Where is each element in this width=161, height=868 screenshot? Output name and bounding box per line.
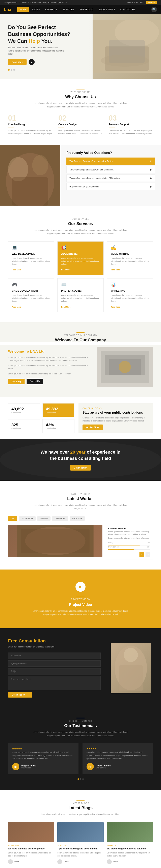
services-section: Our Services Our Services Lorem ipsum do… [0,206,161,322]
works-next-button[interactable]: › [146,552,150,557]
hero-dot-2[interactable] [11,69,12,71]
blog-image-2 [57,822,104,842]
consultation-email-input[interactable] [8,660,100,666]
hero-dot-1[interactable] [8,69,10,71]
testimonials-description: Lorem ipsum dolor sit amet consectetur a… [30,731,131,737]
video-subtitle: Project Video [30,597,131,601]
service-title-1: WEB DEVELOPMENT [12,252,50,255]
stat-num-2: 49,892 [46,407,71,411]
nav-link-pages[interactable]: Pages [30,7,42,12]
service-card-6: 📊 MARKETING Lorem ipsum dolor sit amet c… [107,278,153,312]
nav-link-blog[interactable]: Blog & News [96,7,118,12]
welcome-image [96,347,153,387]
hero-text: Do You See Perfect Business Opportunitie… [8,24,153,71]
consultation-subject-input[interactable] [8,668,100,675]
test-dot-1[interactable] [78,778,79,780]
consultation-name-input[interactable] [8,652,100,659]
blogs-separator [77,800,84,801]
works-tab-design[interactable]: DESIGN [37,517,50,521]
why-subtitle: Why Choose Us [8,91,153,93]
welcome-header: Welcome To Our Company Welcome To Our Co… [0,322,161,342]
hero-dot-3[interactable] [13,69,15,71]
blogs-subtitle: Latest Blogs [8,802,153,804]
blog-image-3 [107,822,153,842]
stats-go-more-button[interactable]: Go For More [82,425,103,430]
progress-label-1: Design 75% [108,541,150,544]
stats-right: Contributions Stay aware of your public … [79,403,153,433]
service-card-4: 🎮 GAME DEVELOPMENT Lorem ipsum dolor sit… [8,278,54,312]
search-button[interactable]: 🔍 [151,7,157,12]
faq-item-2[interactable]: Simple and elegant navigate with tons of… [67,166,155,173]
consultation-title: Free Consultation [8,639,100,644]
service-link-6[interactable]: Read More [111,306,120,308]
faq-item-3[interactable]: You can find more about our services in … [67,175,155,182]
service-desc-6: Lorem ipsum dolor sit amet consectetur a… [111,294,149,303]
works-description: Lorem ipsum dolor sit amet consectetur a… [30,503,131,510]
navbar: bna Home Pages About Us Services Portfol… [0,5,161,14]
works-tab-business[interactable]: BUSINESS [52,517,68,521]
faq-item-4[interactable]: Help You manage your application. ▶ [67,183,155,190]
faq-arrow-3: ▶ [150,177,152,180]
service-link-1[interactable]: Read More [12,269,21,271]
works-card-desc2: Lorem ipsum dolor sit amet consectetur a… [108,537,150,539]
works-title: Latest Works! [8,496,153,501]
welcome-section-title: Welcome To Our Company [8,338,153,342]
works-prev-button[interactable]: ‹ [139,552,144,557]
test-stars-2: ★★★★★ [86,747,149,750]
progress-bar-1 [108,545,150,546]
video-separator [77,596,84,596]
service-card-1: 💻 WEB DEVELOPMENT Lorem ipsum dolor sit … [8,241,54,275]
test-avatar-2: RF [86,763,94,770]
service-link-5[interactable]: Read More [61,306,71,308]
faq-item-1[interactable]: Your Business Revenue Grows Incredible F… [67,157,155,165]
works-tab-package[interactable]: PACKAGE [70,517,85,521]
service-link-3[interactable]: Read More [111,269,120,271]
nav-link-contact[interactable]: Contact Us [118,7,138,12]
welcome-blog-button[interactable]: Get Blog [8,379,25,384]
hero-read-more-button[interactable]: Read More [8,59,27,65]
works-section: Latest Works! Latest Works! Lorem ipsum … [0,480,161,570]
progress-label-2: Development 60% [108,546,150,548]
service-icon-4: 🎮 [12,282,50,287]
works-tab-all[interactable]: ALL [8,517,17,521]
test-dot-3[interactable] [82,778,84,780]
feature-1-title: Creative Design [8,123,52,126]
consultation-submit-button[interactable]: Get In Touch [8,692,32,698]
service-desc-3: Lorem ipsum dolor sit amet consectetur a… [111,257,149,266]
works-tab-animation[interactable]: ANIMATION [19,517,36,521]
feature-1-line [8,127,14,127]
blog-date-1: 24 May, 2021 [8,844,54,846]
nav-link-home[interactable]: Home [17,7,29,12]
testimonials-dots [8,778,153,780]
works-grid: Creative Website Lorem ipsum dolor sit a… [8,525,153,560]
test-author-1: RF Roger Francis Chairperson [12,763,75,770]
blog-desc-3: Lorem ipsum dolor sit amet consectetur a… [107,851,153,857]
welcome-contact-button[interactable]: Contact Us [27,379,43,384]
services-title: Our Services [8,221,153,226]
blog-card-2: 24 May, 2021 Tips for the learning and d… [57,822,104,864]
hero-play-button[interactable]: ▶ [29,59,35,65]
consultation-message-input[interactable] [8,676,100,690]
service-link-2[interactable]: Read More [61,269,71,271]
consultation-desc: Etiam non nisi consultation areas places… [8,645,100,649]
blog-avatar-2 [57,859,62,864]
stats-right-title: Stay aware of your public contributions [82,411,149,414]
experience-cta-button[interactable]: Get In Touch [70,465,91,470]
video-play-button[interactable]: ▶ [76,582,85,592]
video-desc: Lorem ipsum dolor sit amet consectetur a… [30,609,131,616]
blog-date-3: 24 May, 2021 [107,844,153,846]
hire-us-button[interactable]: Hire Us [146,1,157,4]
blog-title-2: Tips for the learning and development [57,847,104,850]
why-title: Why Choose Us [8,94,153,99]
service-title-4: GAME DEVELOPMENT [12,289,50,292]
nav-link-portfolio[interactable]: Portfolio [77,7,96,12]
progress-bar-2 [108,549,150,550]
service-link-4[interactable]: Read More [12,306,21,308]
nav-link-about[interactable]: About Us [43,7,59,12]
welcome-section: Welcome To BNA Ltd Lorem ipsum dolor sit… [0,345,161,397]
consult-svg [113,645,149,691]
hero-section: Do You See Perfect Business Opportunitie… [0,14,161,79]
test-dot-2[interactable] [80,778,81,780]
welcome-desc-3: Lorem ipsum dolor sit amet consectetur a… [8,372,90,375]
nav-link-services[interactable]: Services [60,7,77,12]
